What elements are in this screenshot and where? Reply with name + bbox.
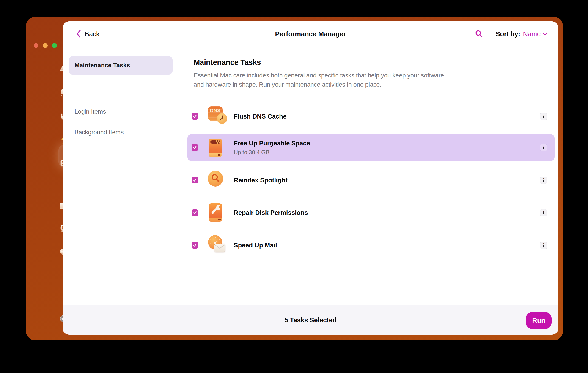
- chevron-down-icon: [543, 32, 547, 35]
- sort-value: Name: [523, 30, 541, 38]
- info-button[interactable]: i: [540, 177, 547, 184]
- task-title: Free Up Purgeable Space: [234, 140, 310, 147]
- task-checkbox[interactable]: [192, 144, 198, 151]
- reindex-spotlight-icon: [207, 170, 228, 191]
- section-nav: Maintenance Tasks Login Items Background…: [63, 47, 179, 305]
- sort-by-label: Sort by:: [496, 30, 520, 38]
- info-button[interactable]: i: [540, 144, 547, 151]
- repair-disk-permissions-icon: [207, 203, 228, 224]
- info-button[interactable]: i: [540, 209, 547, 216]
- task-title: Flush DNS Cache: [234, 113, 286, 120]
- app-window: Back Performance Manager Sort by: Name: [26, 17, 563, 341]
- sort-control: Sort by: Name: [496, 21, 547, 47]
- check-icon: [193, 211, 197, 215]
- minimize-button[interactable]: [43, 43, 48, 48]
- task-checkbox[interactable]: [192, 242, 198, 248]
- section-description: Essential Mac care includes both general…: [194, 71, 445, 89]
- zoom-button[interactable]: [52, 43, 57, 48]
- section-heading: Maintenance Tasks: [194, 58, 261, 67]
- nav-item-login-items[interactable]: Login Items: [74, 107, 106, 116]
- task-row[interactable]: Speed Up Mail i: [188, 232, 555, 259]
- sort-value-dropdown[interactable]: Name: [523, 30, 547, 38]
- nav-item-background-items[interactable]: Background Items: [74, 128, 124, 137]
- nav-item-label: Background Items: [74, 129, 124, 136]
- task-title: Repair Disk Permissions: [234, 209, 308, 216]
- task-subtitle: Up to 30,4 GB: [234, 149, 310, 156]
- clock-badge-icon: [217, 113, 227, 124]
- header: Back Performance Manager Sort by: Name: [63, 21, 558, 47]
- task-row[interactable]: DNS Flush DNS Cache i: [188, 103, 555, 130]
- info-button[interactable]: i: [540, 113, 547, 120]
- check-icon: [193, 145, 197, 150]
- task-checkbox[interactable]: [192, 177, 198, 183]
- page-title: Performance Manager: [63, 21, 558, 47]
- task-checkbox[interactable]: [192, 209, 198, 216]
- task-checkbox[interactable]: [192, 113, 198, 120]
- task-row[interactable]: Repair Disk Permissions i: [188, 199, 555, 226]
- check-icon: [193, 178, 197, 182]
- task-title: Reindex Spotlight: [234, 177, 288, 184]
- run-button[interactable]: Run: [526, 312, 552, 329]
- nav-item-label: Maintenance Tasks: [74, 62, 130, 69]
- check-icon: [193, 243, 197, 247]
- nav-item-label: Login Items: [74, 108, 106, 115]
- task-row-selected[interactable]: Free Up Purgeable Space Up to 30,4 GB i: [188, 134, 555, 161]
- check-icon: [193, 114, 197, 118]
- footer-bar: 5 Tasks Selected Run: [63, 305, 558, 335]
- info-button[interactable]: i: [540, 242, 547, 249]
- main-panel: Maintenance Tasks Essential Mac care inc…: [179, 47, 558, 305]
- close-button[interactable]: [34, 43, 39, 48]
- flush-dns-cache-icon: DNS: [207, 106, 228, 127]
- nav-item-maintenance-tasks[interactable]: Maintenance Tasks: [69, 56, 173, 75]
- free-up-purgeable-space-icon: [207, 138, 228, 159]
- content-card: Back Performance Manager Sort by: Name: [63, 21, 558, 335]
- speed-up-mail-icon: [207, 235, 228, 256]
- tasks-selected-status: 5 Tasks Selected: [63, 305, 558, 335]
- task-title: Speed Up Mail: [234, 242, 277, 249]
- search-icon: [475, 30, 483, 38]
- task-row[interactable]: Reindex Spotlight i: [188, 167, 555, 194]
- search-button[interactable]: [474, 29, 483, 38]
- envelope-badge-icon: [214, 244, 225, 252]
